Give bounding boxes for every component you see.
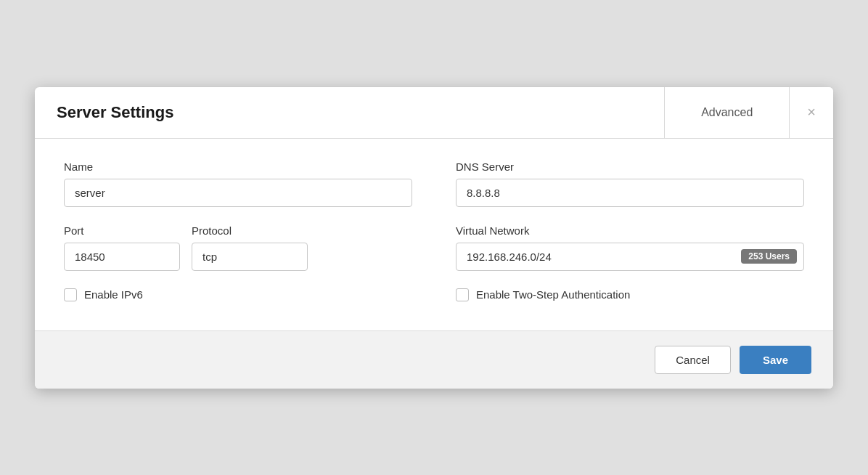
enable-ipv6-label: Enable IPv6 bbox=[84, 288, 143, 301]
dns-group: DNS Server bbox=[456, 161, 804, 207]
row-name-dns: Name DNS Server bbox=[64, 161, 804, 207]
name-input[interactable] bbox=[64, 179, 412, 207]
port-label: Port bbox=[64, 224, 180, 237]
name-label: Name bbox=[64, 161, 412, 173]
protocol-group: Protocol bbox=[192, 224, 308, 271]
enable-two-step-checkbox[interactable] bbox=[456, 288, 469, 301]
protocol-label: Protocol bbox=[192, 224, 308, 237]
enable-ipv6-checkbox[interactable] bbox=[64, 288, 77, 301]
port-protocol-left: Port Protocol bbox=[64, 224, 412, 271]
dialog-title: Server Settings bbox=[35, 87, 664, 138]
enable-two-step-label: Enable Two-Step Authentication bbox=[476, 288, 630, 301]
port-group: Port bbox=[64, 224, 180, 271]
virtual-network-input-wrapper: 253 Users bbox=[456, 243, 804, 271]
virtual-network-group: Virtual Network 253 Users bbox=[456, 224, 804, 271]
name-group: Name bbox=[64, 161, 412, 207]
row-port-protocol-network: Port Protocol Virtual Network 253 Users bbox=[64, 224, 804, 271]
server-settings-dialog: Server Settings Advanced × Name DNS Serv… bbox=[35, 87, 833, 389]
ipv6-checkbox-group: Enable IPv6 bbox=[64, 288, 412, 301]
users-badge: 253 Users bbox=[741, 249, 797, 264]
two-step-checkbox-group: Enable Two-Step Authentication bbox=[456, 288, 804, 301]
port-input[interactable] bbox=[64, 243, 180, 271]
dialog-header: Server Settings Advanced × bbox=[35, 87, 833, 139]
tab-advanced[interactable]: Advanced bbox=[664, 87, 789, 138]
dialog-body: Name DNS Server Port Protocol bbox=[35, 139, 833, 330]
close-button[interactable]: × bbox=[789, 87, 833, 138]
dns-input[interactable] bbox=[456, 179, 804, 207]
cancel-button[interactable]: Cancel bbox=[655, 346, 731, 374]
checkbox-row: Enable IPv6 Enable Two-Step Authenticati… bbox=[64, 288, 804, 301]
dialog-footer: Cancel Save bbox=[35, 330, 833, 389]
save-button[interactable]: Save bbox=[740, 346, 811, 374]
virtual-network-label: Virtual Network bbox=[456, 224, 804, 237]
dns-label: DNS Server bbox=[456, 161, 804, 173]
protocol-input[interactable] bbox=[192, 243, 308, 271]
